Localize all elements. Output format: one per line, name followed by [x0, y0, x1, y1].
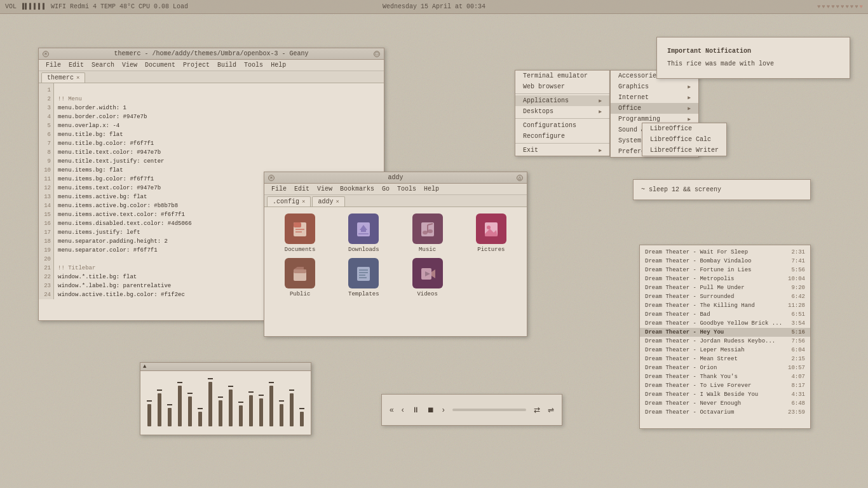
playlist-item-title: Dream Theater - Never Enough — [645, 400, 741, 407]
player-pause-button[interactable]: ⏸ — [409, 404, 422, 416]
playlist-item[interactable]: Dream Theater - To Live Forever8:17 — [640, 381, 810, 390]
eq-marker — [289, 390, 294, 391]
eq-marker — [157, 390, 162, 391]
playlist-item[interactable]: Dream Theater - Thank You's4:07 — [640, 372, 810, 381]
fm-icon-templates — [348, 258, 379, 288]
sub-internet[interactable]: Internet ▶ — [611, 92, 698, 103]
playlist-item[interactable]: Dream Theater - Mean Street2:15 — [640, 355, 810, 363]
fm-tab2-close[interactable]: × — [336, 199, 339, 205]
playlist-item[interactable]: Dream Theater - Pull Me Under9:20 — [640, 283, 810, 292]
fm-item-music[interactable]: Music — [398, 214, 457, 253]
fm-maximize-button[interactable]: △ — [517, 175, 523, 181]
ctx-configurations[interactable]: Configurations — [515, 120, 609, 131]
playlist-item-time: 10:57 — [788, 365, 805, 371]
lo-item-calc[interactable]: LibreOffice Calc — [642, 134, 726, 145]
sub-arrow-icon: ▶ — [688, 95, 691, 100]
fm-item-downloads[interactable]: Downloads — [334, 214, 393, 253]
eq-bar — [188, 396, 192, 426]
playlist-item[interactable]: Dream Theater - The Killing Hand11:28 — [640, 301, 810, 310]
playlist-item[interactable]: Dream Theater - Jordan Rudess Keybo...7:… — [640, 337, 810, 346]
player-repeat-button[interactable]: ⇌ — [545, 404, 557, 416]
player-prev-prev-button[interactable]: « — [387, 404, 397, 416]
playlist-item-time: 4:07 — [791, 374, 805, 380]
geany-menu-build[interactable]: Build — [214, 61, 240, 69]
ctx-webbrowser[interactable]: Web browser — [515, 81, 609, 92]
fm-tab-config[interactable]: .config × — [267, 196, 311, 207]
ctx-applications[interactable]: Applications ▶ — [515, 95, 609, 106]
sub-graphics[interactable]: Graphics ▶ — [611, 81, 698, 92]
fm-item-templates[interactable]: Templates — [334, 258, 393, 297]
geany-menu-file[interactable]: File — [43, 61, 64, 69]
geany-menu-search[interactable]: Search — [88, 61, 118, 69]
geany-maximize-button[interactable]: □ — [374, 51, 380, 57]
playlist-item[interactable]: Dream Theater - Hey You5:16 — [640, 328, 810, 337]
playlist-item[interactable]: Dream Theater - Leper Messiah6:04 — [640, 346, 810, 355]
ctx-reconfigure[interactable]: Reconfigure — [515, 131, 609, 142]
playlist-item[interactable]: Dream Theater - Orion10:57 — [640, 363, 810, 372]
fm-menu-go[interactable]: Go — [379, 185, 393, 193]
geany-menu-project[interactable]: Project — [180, 61, 213, 69]
fm-tab-addy[interactable]: addy × — [312, 196, 344, 207]
geany-menu-help[interactable]: Help — [268, 61, 289, 69]
playlist-item[interactable]: Dream Theater - Fortune in Lies5:56 — [640, 266, 810, 274]
geany-menu-edit[interactable]: Edit — [65, 61, 87, 69]
sub-office[interactable]: Office ▶ — [611, 103, 698, 114]
fm-item-public[interactable]: Public — [271, 258, 329, 297]
fm-tab1-close[interactable]: × — [302, 199, 305, 205]
geany-window-controls[interactable]: × — [43, 51, 49, 57]
eq-bar — [229, 390, 233, 426]
svg-rect-19 — [359, 269, 368, 271]
filemanager-titlebar[interactable]: × addy △ — [264, 172, 527, 184]
fm-icon-public — [285, 258, 315, 288]
geany-menu-tools[interactable]: Tools — [241, 61, 266, 69]
fm-item-documents[interactable]: Documents — [271, 214, 329, 253]
playlist-content[interactable]: Dream Theater - Wait For Sleep2:31Dream … — [640, 245, 810, 428]
geany-titlebar[interactable]: × themerc - /home/addy/themes/Umbra/open… — [39, 48, 384, 60]
playlist-item[interactable]: Dream Theater - I Walk Beside You4:31 — [640, 390, 810, 399]
fm-icon-pictures — [476, 214, 506, 244]
svg-rect-1 — [294, 222, 301, 227]
fm-item-pictures[interactable]: Pictures — [462, 214, 520, 253]
playlist-item[interactable]: Dream Theater - Bombay Vindaloo7:41 — [640, 257, 810, 266]
lo-item-writer[interactable]: LibreOffice Writer — [642, 145, 726, 156]
ctx-exit[interactable]: Exit ▶ — [515, 145, 609, 156]
geany-tab-themerc[interactable]: themerc × — [41, 72, 85, 83]
fm-menu-bookmarks[interactable]: Bookmarks — [337, 185, 377, 193]
geany-tab-close[interactable]: × — [76, 75, 79, 81]
playlist-item[interactable]: Dream Theater - Surrounded6:42 — [640, 292, 810, 301]
player-shuffle-button[interactable]: ⇄ — [531, 404, 543, 416]
eq-marker — [279, 400, 284, 402]
playlist-item[interactable]: Dream Theater - Metropolis10:04 — [640, 274, 810, 283]
player-next-button[interactable]: › — [440, 404, 447, 416]
lo-item-libreoffice[interactable]: LibreOffice — [642, 123, 726, 134]
playlist-item[interactable]: Dream Theater - Wait For Sleep2:31 — [640, 248, 810, 257]
playlist-item-title: Dream Theater - Goodbye Yellow Brick ... — [645, 320, 782, 327]
ctx-terminal[interactable]: Terminal emulator — [515, 71, 609, 81]
playlist-item[interactable]: Dream Theater - Goodbye Yellow Brick ...… — [640, 319, 810, 328]
player-prev-button[interactable]: ‹ — [399, 404, 407, 416]
player-stop-button[interactable]: ⏹ — [424, 404, 437, 416]
taskbar-right: ♥ ♥ ♥ ♥ ♥ ♥ ♥ ♥ ♥ ♥ — [817, 4, 863, 10]
ctx-separator-2 — [515, 118, 609, 119]
geany-menu-document[interactable]: Document — [142, 61, 179, 69]
playlist-item[interactable]: Dream Theater - Never Enough6:48 — [640, 399, 810, 408]
ctx-desktops[interactable]: Desktops ▶ — [515, 106, 609, 117]
fm-item-videos[interactable]: Videos — [398, 258, 457, 297]
geany-close-button[interactable]: × — [43, 51, 49, 57]
geany-menu-view[interactable]: View — [119, 61, 140, 69]
playlist-item[interactable]: Dream Theater - Octavarium23:59 — [640, 408, 810, 417]
wifi-label: WIFI — [51, 3, 66, 10]
fm-menu-view[interactable]: View — [314, 185, 336, 193]
playlist-item[interactable]: Dream Theater - Bad6:51 — [640, 310, 810, 319]
fm-window-controls[interactable]: × — [268, 175, 275, 181]
svg-rect-20 — [359, 272, 368, 273]
fm-menu-tools[interactable]: Tools — [394, 185, 419, 193]
eq-marker — [248, 391, 254, 393]
fm-menu-edit[interactable]: Edit — [291, 185, 313, 193]
player-progress-bar[interactable] — [452, 409, 526, 411]
fm-menu-file[interactable]: File — [268, 185, 290, 193]
fm-menu-help[interactable]: Help — [421, 185, 442, 193]
context-menu: Terminal emulator Web browser Applicatio… — [515, 70, 610, 156]
eq-titlebar[interactable]: ▲ — [140, 363, 311, 371]
fm-close-button[interactable]: × — [268, 175, 275, 181]
